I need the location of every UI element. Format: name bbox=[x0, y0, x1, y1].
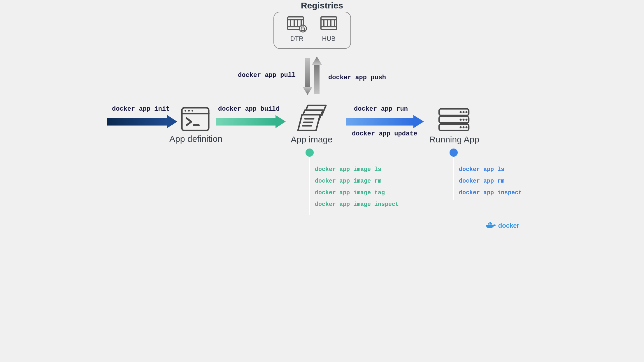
vrule-green bbox=[309, 157, 310, 215]
registry-locked-icon bbox=[287, 16, 307, 33]
svg-marker-23 bbox=[276, 115, 286, 128]
svg-marker-25 bbox=[413, 115, 424, 128]
svg-rect-18 bbox=[314, 65, 320, 94]
terminal-window-icon bbox=[181, 107, 210, 133]
registry-hub: HUB bbox=[320, 16, 338, 43]
cmd-init: docker app init bbox=[112, 105, 170, 113]
cmd-image-ls: docker app image ls bbox=[315, 164, 399, 175]
svg-rect-16 bbox=[305, 58, 310, 87]
svg-point-29 bbox=[188, 110, 190, 112]
cmd-image-tag: docker app image tag bbox=[315, 187, 399, 199]
registry-icon bbox=[320, 16, 338, 33]
svg-point-42 bbox=[463, 119, 465, 121]
vrule-blue bbox=[453, 157, 454, 200]
label-app-image: App image bbox=[284, 135, 339, 144]
registries-box: DTR HUB bbox=[273, 12, 351, 49]
dot-green bbox=[306, 149, 314, 157]
svg-marker-21 bbox=[167, 115, 177, 128]
svg-point-39 bbox=[463, 111, 465, 113]
cmd-image-rm: docker app image rm bbox=[315, 175, 399, 187]
svg-rect-22 bbox=[216, 118, 276, 126]
arrow-run bbox=[346, 115, 424, 129]
svg-point-45 bbox=[463, 126, 465, 128]
cmd-app-ls: docker app ls bbox=[459, 164, 522, 175]
cmd-run: docker app run bbox=[354, 105, 408, 113]
svg-rect-24 bbox=[346, 118, 413, 126]
svg-rect-53 bbox=[491, 223, 492, 225]
svg-point-46 bbox=[466, 126, 468, 128]
cmd-pull: docker app pull bbox=[238, 72, 296, 79]
svg-point-41 bbox=[460, 119, 462, 121]
image-commands: docker app image ls docker app image rm … bbox=[315, 164, 399, 210]
cmd-app-inspect: docker app inspect bbox=[459, 187, 522, 199]
svg-point-44 bbox=[460, 126, 462, 128]
registry-dtr-label: DTR bbox=[287, 35, 307, 43]
svg-point-38 bbox=[460, 111, 462, 113]
svg-point-30 bbox=[192, 110, 193, 112]
cmd-update: docker app update bbox=[352, 130, 417, 137]
label-app-definition: App definition bbox=[167, 134, 225, 144]
svg-point-28 bbox=[185, 110, 186, 112]
svg-rect-20 bbox=[107, 118, 167, 126]
cmd-push: docker app push bbox=[328, 74, 386, 81]
cmd-build: docker app build bbox=[218, 105, 280, 113]
dot-blue bbox=[450, 149, 458, 157]
docker-brand-text: docker bbox=[498, 222, 519, 229]
running-commands: docker app ls docker app rm docker app i… bbox=[459, 164, 522, 199]
svg-rect-51 bbox=[488, 223, 489, 225]
svg-point-43 bbox=[466, 119, 468, 121]
svg-marker-17 bbox=[303, 87, 313, 95]
push-pull-arrows bbox=[302, 55, 322, 96]
docker-logo: docker bbox=[486, 222, 519, 229]
label-running-app: Running App bbox=[425, 135, 483, 144]
arrow-init bbox=[107, 115, 177, 129]
cmd-image-inspect: docker app image inspect bbox=[315, 199, 399, 210]
registry-hub-label: HUB bbox=[320, 35, 338, 43]
cmd-app-rm: docker app rm bbox=[459, 175, 522, 187]
svg-rect-52 bbox=[489, 223, 491, 225]
server-stack-icon bbox=[438, 108, 470, 133]
docker-whale-icon bbox=[486, 222, 496, 229]
svg-point-40 bbox=[466, 111, 468, 113]
svg-rect-54 bbox=[489, 222, 491, 223]
svg-marker-19 bbox=[312, 56, 322, 65]
image-stack-icon bbox=[296, 104, 329, 134]
arrow-build bbox=[216, 115, 286, 129]
registry-dtr: DTR bbox=[287, 16, 307, 43]
registries-title: Registries bbox=[107, 1, 537, 10]
